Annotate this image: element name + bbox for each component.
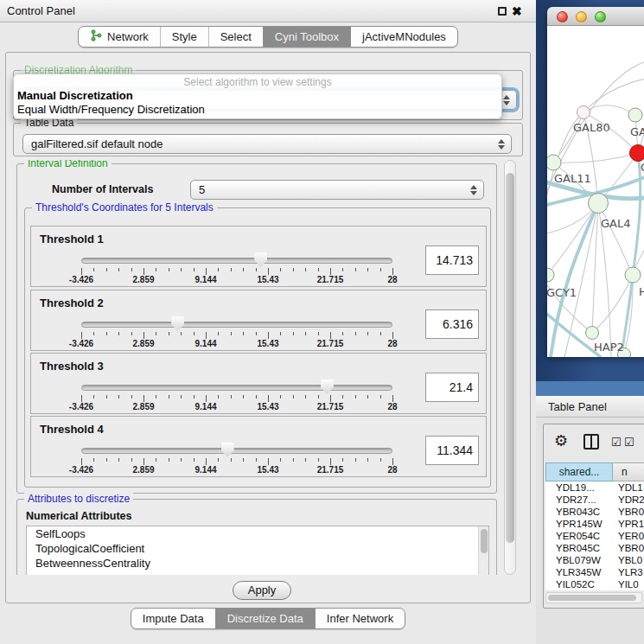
table-row[interactable]: YDL19...YDL1: [545, 481, 644, 494]
node-label: GAL80: [573, 121, 610, 134]
list-scrollbar[interactable]: [478, 526, 488, 575]
apply-button[interactable]: Apply: [233, 581, 291, 600]
close-window-icon[interactable]: [557, 11, 568, 22]
scale-label: 28: [387, 275, 397, 284]
tab-discretize-data[interactable]: Discretize Data: [215, 609, 315, 628]
cell-shared-name: YPR145W: [545, 518, 613, 530]
scrollbar-thumb[interactable]: [481, 529, 488, 553]
numerical-attributes-list[interactable]: SelfLoopsTopologicalCoefficientBetweenne…: [26, 526, 489, 575]
node-hap2[interactable]: [586, 327, 599, 340]
tick-mark: [355, 268, 356, 271]
dropdown-option-equal-width[interactable]: Equal Width/Frequency Discretization: [17, 103, 205, 116]
tick-mark: [106, 332, 107, 335]
table-row[interactable]: YBL079WYBL0: [545, 554, 644, 566]
network-nodes: [547, 106, 644, 358]
tick-mark: [268, 458, 269, 465]
node-selected-red[interactable]: [630, 145, 644, 162]
tab-select[interactable]: Select: [208, 27, 263, 47]
number-of-intervals-combobox[interactable]: 5: [190, 180, 484, 200]
tick-mark: [367, 268, 368, 271]
slider-scale-labels: -3.4262.8599.14415.4321.71528: [81, 402, 392, 412]
tab-style[interactable]: Style: [160, 27, 208, 47]
checkbox-icon[interactable]: ☑: [624, 436, 634, 449]
column-header-shared-name[interactable]: shared...: [545, 462, 613, 481]
tick-mark: [231, 332, 232, 335]
threshold-value-field[interactable]: 6.316: [425, 309, 479, 339]
slider-track[interactable]: [81, 258, 392, 264]
close-icon[interactable]: ✖: [512, 3, 522, 20]
tab-jactivemnodules[interactable]: jActiveMNodules: [350, 27, 457, 47]
tick-mark: [318, 395, 319, 399]
node-gal11[interactable]: [547, 155, 561, 170]
slider-thumb[interactable]: [321, 379, 334, 394]
network-canvas[interactable]: GAL80 GA C GAL11 GAL4 GCY1 H HAP2: [547, 26, 644, 357]
interval-definition-group: Interval Definition Number of Intervals …: [16, 163, 497, 494]
threshold-value-field[interactable]: 11.344: [425, 436, 479, 465]
tab-impute-data[interactable]: Impute Data: [131, 609, 215, 628]
slider-thumb[interactable]: [171, 316, 184, 331]
scrollbar-thumb[interactable]: [548, 595, 636, 601]
dropdown-option-manual[interactable]: Manual Discretization: [17, 89, 133, 102]
checkbox-icon[interactable]: ☑: [611, 436, 622, 449]
slider-thumb[interactable]: [254, 252, 267, 267]
node-gal80[interactable]: [577, 106, 590, 119]
slider-track[interactable]: [81, 448, 392, 454]
node-gcy1[interactable]: [547, 268, 554, 282]
table-row[interactable]: YER054CYER0: [545, 530, 644, 542]
float-window-icon[interactable]: [498, 7, 507, 16]
tab-infer-network[interactable]: Infer Network: [315, 609, 405, 628]
tab-network[interactable]: Network: [79, 27, 160, 47]
tick-mark: [169, 332, 169, 335]
combo-arrows-icon: [497, 138, 504, 150]
desktop-lower-band: [536, 381, 644, 396]
threshold-value-field[interactable]: 21.4: [425, 373, 479, 402]
table-row[interactable]: YDR27...YDR2: [545, 494, 644, 506]
slider-scale-labels: -3.4262.8599.14415.4321.71528: [81, 339, 392, 349]
node-h[interactable]: [625, 267, 641, 283]
threshold-3-panel: Threshold 3 -3.4262.8599.14415.4321.7152…: [30, 353, 487, 414]
attribute-list-item[interactable]: BetweennessCentrality: [27, 556, 488, 571]
group-title: Threshold's Coordinates for 5 Intervals: [32, 201, 217, 214]
tab-cyni-toolbox[interactable]: Cyni Toolbox: [263, 27, 350, 47]
threshold-value-field[interactable]: 14.713: [425, 245, 479, 275]
tick-mark: [342, 332, 343, 335]
scrollbar-thumb[interactable]: [506, 173, 514, 543]
table-row[interactable]: YBR045CYBR0: [545, 542, 644, 554]
tick-mark: [206, 332, 207, 339]
node-gal4[interactable]: [589, 194, 609, 214]
minimize-window-icon[interactable]: [576, 11, 587, 22]
attribute-list-item[interactable]: TopologicalCoefficient: [27, 541, 488, 556]
settings-vertical-scrollbar[interactable]: [504, 160, 516, 575]
panel-title: Table Panel: [548, 396, 607, 418]
table-row[interactable]: YIL052CYIL0: [545, 578, 644, 590]
network-window-titlebar[interactable]: [547, 7, 644, 26]
table-row[interactable]: YPR145WYPR1: [545, 518, 644, 530]
zoom-window-icon[interactable]: [595, 11, 606, 22]
tick-mark: [169, 395, 169, 399]
table-data-combobox[interactable]: galFiltered.sif default node: [22, 134, 512, 154]
network-view-window[interactable]: GAL80 GA C GAL11 GAL4 GCY1 H HAP2: [547, 7, 644, 357]
node-label: GAL4: [601, 217, 630, 230]
tick-mark: [218, 395, 219, 399]
columns-icon[interactable]: [583, 434, 599, 450]
tick-mark: [93, 395, 94, 399]
node-top-right[interactable]: [628, 108, 642, 122]
scale-label: 9.144: [194, 402, 216, 411]
tick-mark: [206, 268, 207, 275]
attribute-list-item[interactable]: SelfLoops: [27, 526, 488, 541]
number-of-intervals-label: Number of Intervals: [52, 183, 153, 195]
tick-mark: [330, 458, 331, 465]
table-row[interactable]: YBR043CYBR0: [545, 506, 644, 518]
table-horizontal-scrollbar[interactable]: [545, 592, 642, 603]
gear-icon[interactable]: ⚙: [554, 431, 568, 450]
table-row[interactable]: YLR345WYLR3: [545, 566, 644, 578]
tick-mark: [169, 458, 169, 462]
threshold-1-panel: Threshold 1 -3.4262.8599.14415.4321.7152…: [30, 226, 487, 287]
tick-mark: [81, 395, 82, 402]
slider-track[interactable]: [81, 322, 392, 328]
column-header-name[interactable]: n: [613, 462, 644, 481]
slider-track[interactable]: [81, 385, 392, 391]
slider-thumb[interactable]: [221, 443, 234, 457]
node-label: GAL11: [554, 172, 591, 185]
threshold-slider: -3.4262.8599.14415.4321.71528: [81, 354, 392, 415]
